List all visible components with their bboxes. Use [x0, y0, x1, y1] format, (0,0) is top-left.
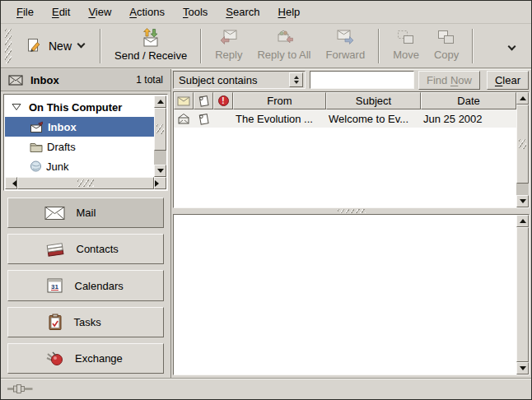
main-area: Inbox 1 total On This Computer: [1, 69, 531, 378]
column-date[interactable]: Date: [421, 92, 516, 109]
folder-tree-vertical-scrollbar[interactable]: [154, 95, 166, 177]
message-subject: Welcome to Ev...: [326, 113, 421, 125]
pane-splitter[interactable]: [171, 208, 531, 214]
scrollbar-trough[interactable]: [154, 151, 166, 165]
new-dropdown-chevron-icon[interactable]: [77, 40, 86, 49]
reply-button[interactable]: Reply: [208, 25, 250, 67]
scroll-up-icon[interactable]: [516, 92, 529, 105]
component-switcher: Mail Contacts: [1, 193, 170, 378]
tree-node-inbox[interactable]: Inbox: [5, 117, 154, 137]
switcher-exchange-button[interactable]: Exchange: [7, 343, 164, 374]
online-status-plug-icon[interactable]: [7, 384, 33, 394]
message-list-vertical-scrollbar[interactable]: [516, 92, 529, 207]
reply-to-all-button[interactable]: Reply to All: [250, 25, 318, 67]
column-importance[interactable]: !: [213, 92, 233, 109]
tree-item-label: Junk: [46, 160, 68, 173]
search-criteria-value: Subject contains: [179, 74, 257, 86]
junk-folder-icon: [30, 160, 42, 172]
toolbar-separator: [200, 29, 202, 63]
send-receive-button[interactable]: Send / Receive: [107, 25, 194, 67]
combo-arrows-icon[interactable]: [289, 72, 303, 87]
scroll-right-icon[interactable]: [154, 177, 166, 189]
attachment-note-icon: [198, 95, 210, 107]
splitter-grip[interactable]: [338, 209, 366, 213]
scroll-up-icon[interactable]: [516, 215, 529, 227]
expander-triangle-icon[interactable]: [12, 103, 21, 111]
scroll-down-icon[interactable]: [516, 195, 529, 207]
menu-tools[interactable]: Tools: [174, 2, 217, 22]
svg-text:31: 31: [51, 283, 58, 291]
toolbar-grip[interactable]: [5, 29, 12, 63]
preview-pane[interactable]: [173, 214, 530, 375]
folder-tree-rows: On This Computer Inbox: [5, 95, 154, 177]
switcher-label: Contacts: [77, 243, 128, 255]
switcher-contacts-button[interactable]: Contacts: [7, 234, 164, 264]
search-bar: Subject contains Find Now Clear: [171, 69, 531, 91]
scrollbar-trough[interactable]: [516, 184, 529, 195]
toolbar-separator: [378, 29, 380, 63]
down-arrow-icon: [520, 366, 526, 370]
menu-help[interactable]: Help: [269, 2, 310, 22]
contacts-icon: [44, 241, 66, 258]
column-from[interactable]: From: [233, 92, 326, 109]
tree-item-label: Inbox: [48, 121, 77, 133]
scrollbar-thumb[interactable]: [516, 105, 529, 184]
menu-search[interactable]: Search: [217, 2, 268, 22]
search-criteria-combo[interactable]: Subject contains: [173, 71, 306, 89]
switcher-label: Mail: [77, 207, 128, 219]
forward-label: Forward: [325, 49, 365, 61]
move-label: Move: [393, 49, 419, 61]
new-button[interactable]: New: [16, 33, 94, 59]
copy-icon: [436, 29, 456, 46]
column-attachment[interactable]: [194, 92, 213, 109]
calendar-icon: 31: [46, 277, 64, 294]
switcher-label: Calendars: [75, 280, 126, 292]
message-list: ! From Subject Date: [173, 91, 530, 208]
tasks-icon: [47, 314, 63, 331]
switcher-mail-button[interactable]: Mail: [7, 198, 164, 228]
folder-tree-horizontal-scrollbar[interactable]: [5, 177, 166, 189]
column-status[interactable]: [174, 92, 194, 109]
menu-edit[interactable]: Edit: [43, 2, 79, 22]
scroll-down-icon[interactable]: [516, 362, 529, 374]
menubar: File Edit View Actions Tools Search Help: [1, 1, 531, 24]
scroll-up-icon[interactable]: [154, 95, 166, 108]
menu-file[interactable]: File: [7, 2, 43, 22]
scrollbar-thumb[interactable]: [516, 227, 529, 362]
message-list-header: ! From Subject Date: [174, 92, 516, 109]
copy-button[interactable]: Copy: [427, 26, 466, 67]
folder-tree: On This Computer Inbox: [3, 94, 168, 191]
move-button[interactable]: Move: [385, 26, 427, 67]
column-subject[interactable]: Subject: [326, 92, 421, 109]
down-arrow-icon: [294, 81, 299, 84]
up-arrow-icon: [294, 76, 299, 79]
tree-node-drafts[interactable]: Drafts: [5, 137, 154, 156]
menu-view[interactable]: View: [79, 2, 120, 22]
toolbar-overflow-button[interactable]: [506, 36, 518, 55]
tree-node-junk[interactable]: Junk: [5, 156, 154, 176]
toolbar: New Send / Receive: [1, 24, 531, 68]
message-from: The Evolution ...: [233, 113, 326, 125]
switcher-tasks-button[interactable]: Tasks: [7, 307, 164, 337]
find-now-button[interactable]: Find Now: [418, 71, 480, 90]
evolution-window: File Edit View Actions Tools Search Help…: [0, 0, 532, 400]
message-date: Jun 25 2002: [421, 113, 483, 125]
search-input[interactable]: [310, 71, 414, 89]
switcher-calendars-button[interactable]: 31 Calendars: [7, 270, 164, 300]
scroll-left-icon[interactable]: [5, 177, 17, 189]
scrollbar-thumb[interactable]: [154, 108, 166, 151]
scrollbar-thumb[interactable]: [17, 177, 154, 189]
tree-node-on-this-computer[interactable]: On This Computer: [5, 97, 154, 117]
down-arrow-icon: [157, 169, 164, 173]
down-arrow-icon: [520, 199, 526, 203]
menu-actions[interactable]: Actions: [120, 2, 174, 22]
forward-button[interactable]: Forward: [318, 25, 372, 67]
folder-message-count: 1 total: [136, 74, 163, 86]
tree-root-label: On This Computer: [29, 101, 122, 114]
clear-button[interactable]: Clear: [487, 71, 529, 90]
thumb-grip: [156, 124, 164, 134]
preview-vertical-scrollbar[interactable]: [516, 215, 529, 374]
thumb-grip: [77, 179, 94, 187]
scroll-down-icon[interactable]: [154, 165, 166, 177]
message-row[interactable]: The Evolution ... Welcome to Ev... Jun 2…: [174, 109, 516, 128]
